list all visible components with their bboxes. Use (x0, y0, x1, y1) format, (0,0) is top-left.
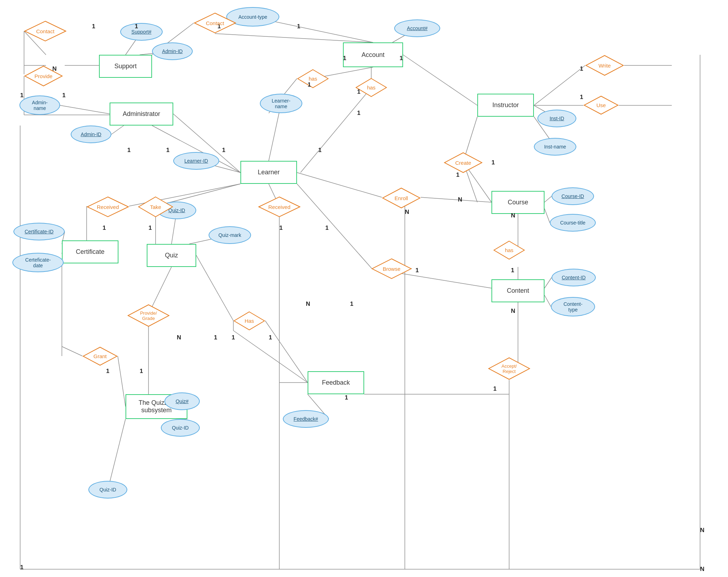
cardinality-14: 1 (222, 147, 225, 154)
relationship-rel_take: Take (138, 196, 173, 217)
attribute-admin_id_attr: Admin-ID (152, 42, 193, 60)
attribute-admin_id2: Admin-ID (71, 126, 111, 143)
cardinality-37: 1 (493, 385, 496, 392)
relationship-rel_write: Write (585, 55, 624, 76)
attribute-course_id: Course-ID (552, 187, 594, 205)
svg-line-41 (297, 173, 382, 197)
er-diagram: AccountSupportAdministratorLearnerInstru… (0, 0, 728, 577)
cardinality-4: 1 (62, 92, 65, 99)
attribute-inst_name: Inst-name (534, 138, 576, 156)
relationship-rel_has3: has (493, 240, 525, 260)
cardinality-15: 1 (318, 147, 321, 154)
cardinality-27: 1 (415, 267, 419, 274)
cardinality-0: 1 (92, 23, 95, 30)
relationship-rel_provide_grade: Provide/ Grade (127, 304, 170, 327)
cardinality-12: 1 (127, 147, 130, 154)
relationship-rel_use: Use (583, 95, 619, 115)
cardinality-7: 1 (343, 55, 346, 62)
svg-line-46 (544, 196, 552, 202)
cardinality-41: 1 (580, 65, 583, 72)
cardinality-25: 1 (511, 267, 514, 274)
attribute-cert_id: Certificate-ID (13, 223, 65, 240)
relationship-rel_has4: Has (233, 311, 265, 331)
cardinality-16: 1 (103, 225, 106, 232)
svg-line-51 (544, 295, 551, 307)
cardinality-39: N (700, 566, 704, 573)
entity-certificate: Certificate (62, 240, 118, 263)
entity-learner: Learner (240, 161, 297, 184)
cardinality-11: 1 (357, 88, 360, 95)
cardinality-8: 1 (400, 55, 403, 62)
cardinality-33: 1 (269, 334, 272, 341)
attribute-quiz_id2: Quiz-ID (161, 419, 200, 437)
cardinality-19: 1 (325, 225, 328, 232)
relationship-rel_contact2: Contact (194, 12, 236, 34)
relationship-rel_browse: Browse (371, 258, 412, 279)
attribute-content_type: Content- type (551, 297, 595, 316)
relationship-rel_provide: Provide (24, 65, 63, 87)
entity-content: Content (491, 279, 544, 302)
relationship-rel_has1: has (297, 69, 329, 88)
entity-feedback: Feedback (308, 371, 364, 394)
svg-line-66 (118, 356, 126, 407)
svg-line-19 (403, 55, 477, 105)
cardinality-31: 1 (214, 334, 217, 341)
entity-support: Support (99, 55, 152, 78)
attribute-learner_name: Learner- name (260, 94, 302, 113)
cardinality-29: 1 (350, 301, 353, 308)
cardinality-35: 1 (140, 368, 143, 375)
entity-course: Course (491, 191, 544, 214)
cardinality-20: N (405, 209, 409, 216)
svg-line-58 (265, 321, 308, 383)
cardinality-24: N (511, 212, 515, 219)
entity-instructor: Instructor (477, 94, 534, 117)
svg-line-12 (60, 105, 110, 114)
svg-line-42 (421, 197, 491, 202)
cardinality-23: 1 (491, 159, 495, 166)
relationship-rel_received1: Received (87, 196, 129, 217)
svg-line-67 (108, 419, 126, 490)
relationship-rel_accept_reject: Accept/ Reject (488, 357, 530, 380)
cardinality-38: N (700, 527, 704, 534)
cardinality-32: 1 (232, 334, 235, 341)
cardinality-30: N (177, 334, 181, 341)
cardinality-26: N (511, 308, 515, 315)
attribute-content_id: Content-ID (552, 269, 596, 286)
attribute-feedback_num: Feedback# (283, 410, 329, 428)
attribute-quiz_num: Quiz# (164, 392, 200, 410)
svg-line-50 (544, 278, 552, 288)
svg-line-53 (297, 184, 372, 269)
attribute-admin_name: Admin- name (19, 95, 60, 115)
cardinality-34: 1 (106, 368, 109, 375)
cardinality-3: 1 (20, 92, 23, 99)
cardinality-2: N (52, 65, 57, 72)
svg-line-55 (196, 255, 233, 321)
cardinality-28: N (306, 301, 310, 308)
attribute-quiz_mark: Quiz-mark (209, 226, 251, 244)
svg-line-22 (534, 65, 585, 105)
cardinality-36: 1 (345, 394, 348, 401)
relationship-rel_contact1: Contact (24, 21, 66, 42)
svg-line-13 (111, 126, 124, 134)
cardinality-22: 1 (456, 171, 459, 179)
svg-line-64 (62, 346, 82, 356)
entity-quiz: Quiz (147, 244, 196, 267)
entity-administrator: Administrator (110, 103, 173, 126)
attribute-course_title: Course-title (550, 214, 596, 232)
attribute-cert_date: Certeficate- date (12, 253, 64, 272)
attribute-support_num: Support# (120, 23, 163, 41)
svg-line-47 (544, 209, 550, 223)
relationship-rel_received2: Received (258, 196, 301, 217)
cardinality-9: 1 (308, 81, 311, 88)
relationship-rel_create: Create (444, 152, 483, 173)
attribute-learner_id: Learner-ID (173, 152, 219, 170)
attribute-inst_id: Inst-ID (537, 110, 576, 127)
relationship-rel_enroll: Enroll (382, 187, 421, 209)
attribute-account_num: Account# (394, 19, 440, 37)
svg-line-17 (301, 88, 371, 173)
entity-account: Account (343, 42, 403, 67)
cardinality-42: 1 (580, 94, 583, 101)
svg-line-2 (215, 34, 373, 42)
cardinality-1: 1 (135, 23, 138, 30)
cardinality-6: 1 (297, 23, 300, 30)
